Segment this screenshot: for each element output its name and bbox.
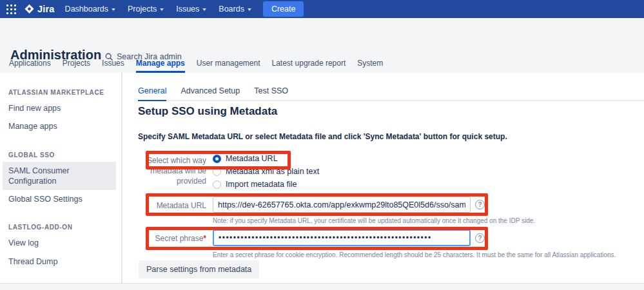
- parse-settings-button[interactable]: Parse settings from metadata: [139, 260, 259, 278]
- admin-sidebar: ATLASSIAN MARKETPLACE Find new apps Mana…: [0, 73, 122, 283]
- sidebar-header-atlassian-marketplace: ATLASSIAN MARKETPLACE: [8, 89, 113, 96]
- create-button[interactable]: Create: [263, 1, 304, 17]
- nav-boards-label: Boards: [219, 5, 244, 14]
- footer-strip: [0, 283, 644, 290]
- tab-issues[interactable]: Issues: [102, 59, 124, 73]
- provider-choice-label: Select which way metadata will be provid…: [144, 155, 206, 187]
- required-asterisk: *: [203, 234, 206, 243]
- nav-boards[interactable]: Boards: [219, 5, 251, 14]
- admin-header: Administration Search Jira admin Applica…: [0, 18, 644, 73]
- tab-test-sso[interactable]: Test SSO: [254, 86, 288, 100]
- section-heading: Setup SSO using Metadata: [138, 105, 277, 118]
- top-navigation-bar: Jira Dashboards Projects Issues Boards C…: [0, 0, 644, 18]
- sidebar-item-saml-consumer-configuration[interactable]: SAML Consumer Configuration: [3, 162, 116, 191]
- nav-dashboards[interactable]: Dashboards: [65, 5, 115, 14]
- sidebar-section-marketplace: ATLASSIAN MARKETPLACE Find new apps Mana…: [0, 89, 121, 136]
- sidebar-item-thread-dump[interactable]: Thread Dump: [3, 253, 116, 271]
- secret-phrase-input[interactable]: [213, 229, 471, 246]
- chevron-down-icon: [112, 8, 115, 11]
- radio-option-import-file[interactable]: Import metadata file: [213, 180, 319, 189]
- app-switcher-grid-icon[interactable]: [6, 5, 16, 14]
- tab-general[interactable]: General: [138, 86, 166, 101]
- sidebar-item-manage-apps[interactable]: Manage apps: [3, 117, 116, 135]
- tab-projects[interactable]: Projects: [63, 59, 90, 73]
- sidebar-item-view-log[interactable]: View log: [3, 234, 116, 252]
- radio-label-metadata-url: Metadata URL: [226, 154, 278, 163]
- sidebar-header-lastlog-add-on: LASTLOG-ADD-ON: [8, 224, 113, 231]
- radio-label-import-file: Import metadata file: [226, 180, 297, 189]
- metadata-url-label: Metadata URL: [144, 200, 206, 211]
- sidebar-section-global-sso: GLOBAL SSO SAML Consumer Configuration G…: [0, 151, 121, 209]
- metadata-provider-radio-group: Metadata URL Metadata xml as plain text …: [213, 154, 319, 189]
- secret-phrase-label-text: Secret phrase: [155, 234, 204, 243]
- metadata-url-note: Note: if you specify Metadata URL, your …: [213, 217, 535, 224]
- metadata-url-help-icon[interactable]: ?: [475, 200, 485, 209]
- secret-phrase-help-text: Enter a secret phrase for cookie encrypt…: [213, 251, 616, 258]
- radio-unselected-icon[interactable]: [213, 180, 221, 189]
- sidebar-header-global-sso: GLOBAL SSO: [8, 151, 113, 159]
- sidebar-item-find-new-apps[interactable]: Find new apps: [3, 99, 116, 117]
- jira-logo[interactable]: Jira: [24, 4, 55, 15]
- sidebar-section-lastlog: LASTLOG-ADD-ON View log Thread Dump: [0, 224, 121, 271]
- metadata-url-input[interactable]: [213, 197, 471, 213]
- secret-phrase-help-icon[interactable]: ?: [475, 233, 485, 243]
- secret-phrase-label: Secret phrase*: [144, 233, 206, 244]
- tab-system[interactable]: System: [357, 59, 383, 73]
- setup-instruction: Specify SAML Metadata URL or select Meta…: [138, 132, 507, 141]
- tab-manage-apps[interactable]: Manage apps: [136, 59, 185, 73]
- tab-user-management[interactable]: User management: [197, 59, 260, 73]
- nav-issues-label: Issues: [176, 5, 199, 14]
- nav-projects-label: Projects: [128, 5, 157, 14]
- radio-label-metadata-xml: Metadata xml as plain text: [226, 167, 319, 176]
- radio-unselected-icon[interactable]: [213, 168, 221, 176]
- jira-mark-icon: [24, 4, 35, 15]
- grid-dots-icon: [6, 5, 16, 14]
- nav-projects[interactable]: Projects: [128, 5, 164, 14]
- chevron-down-icon: [202, 8, 206, 11]
- chevron-down-icon: [248, 8, 251, 11]
- tab-latest-upgrade-report[interactable]: Latest upgrade report: [272, 59, 346, 73]
- jira-admin-page: Jira Dashboards Projects Issues Boards C…: [0, 0, 644, 290]
- nav-dashboards-label: Dashboards: [65, 5, 108, 14]
- chevron-down-icon: [160, 8, 164, 11]
- tab-advanced-setup[interactable]: Advanced Setup: [181, 86, 240, 100]
- admin-tab-bar: Applications Projects Issues Manage apps…: [9, 59, 383, 73]
- radio-selected-icon[interactable]: [213, 155, 221, 163]
- radio-option-metadata-url[interactable]: Metadata URL: [213, 154, 319, 163]
- tab-applications[interactable]: Applications: [9, 59, 51, 73]
- nav-issues[interactable]: Issues: [176, 5, 206, 14]
- brand-name: Jira: [37, 4, 55, 14]
- topnav-menu: Dashboards Projects Issues Boards: [65, 5, 251, 14]
- radio-option-metadata-xml[interactable]: Metadata xml as plain text: [213, 167, 319, 176]
- sso-tab-bar: General Advanced Setup Test SSO: [138, 86, 644, 101]
- sidebar-item-global-sso-settings[interactable]: Global SSO Settings: [3, 190, 116, 208]
